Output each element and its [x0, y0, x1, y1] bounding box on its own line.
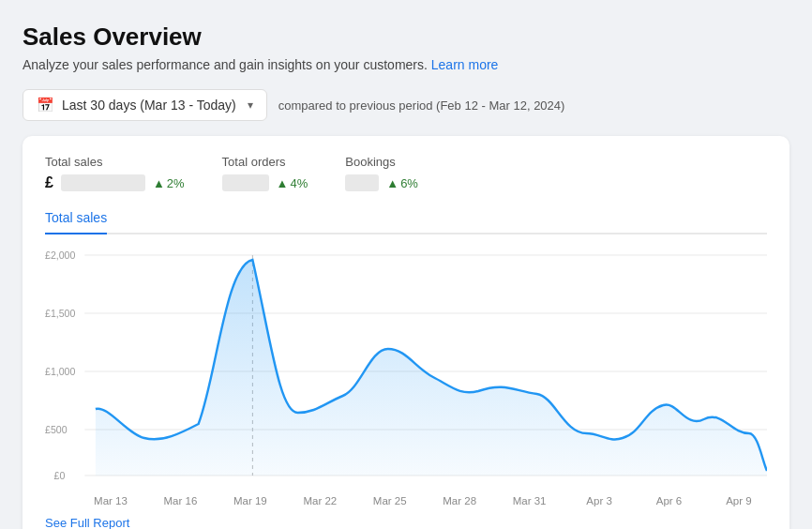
chevron-down-icon: ▾ — [248, 98, 253, 112]
metric-total-sales: Total sales £ ▲ 2% — [45, 155, 222, 191]
sales-chart: £2,000 £1,500 £1,000 £500 £0 — [45, 246, 767, 490]
metric-bar-2 — [345, 174, 379, 191]
metric-label-2: Bookings — [345, 155, 418, 169]
svg-text:£1,000: £1,000 — [45, 366, 75, 377]
x-label-4: Mar 25 — [362, 495, 418, 506]
x-label-9: Apr 9 — [711, 495, 767, 506]
metric-currency-0: £ — [45, 174, 53, 191]
metric-total-orders: Total orders ▲ 4% — [222, 155, 346, 191]
arrow-up-icon-0: ▲ — [153, 176, 165, 190]
x-label-0: Mar 13 — [83, 495, 139, 506]
metric-value-row-0: £ ▲ 2% — [45, 174, 185, 191]
x-labels: Mar 13 Mar 16 Mar 19 Mar 22 Mar 25 Mar 2… — [45, 490, 767, 506]
date-filter-label: Last 30 days (Mar 13 - Today) — [62, 98, 236, 113]
tab-total-sales[interactable]: Total sales — [45, 203, 107, 234]
svg-text:£0: £0 — [54, 470, 66, 481]
page-title: Sales Overview — [23, 23, 789, 52]
x-label-1: Mar 16 — [152, 495, 208, 506]
date-dropdown[interactable]: 📅 Last 30 days (Mar 13 - Today) ▾ — [23, 89, 267, 121]
chart-area: £2,000 £1,500 £1,000 £500 £0 — [45, 246, 767, 490]
svg-text:£1,500: £1,500 — [45, 308, 75, 319]
subtitle-text: Analyze your sales performance and gain … — [23, 57, 428, 72]
metric-value-row-1: ▲ 4% — [222, 174, 308, 191]
date-filter-row: 📅 Last 30 days (Mar 13 - Today) ▾ compar… — [23, 89, 789, 121]
see-full-report-link[interactable]: See Full Report — [45, 516, 129, 529]
metric-bar-1 — [222, 174, 269, 191]
arrow-up-icon-2: ▲ — [386, 176, 398, 190]
x-label-8: Apr 6 — [641, 495, 698, 506]
metrics-row: Total sales £ ▲ 2% Total orders ▲ 4% B — [45, 155, 767, 191]
metric-value-row-2: ▲ 6% — [345, 174, 418, 191]
metric-change-2: ▲ 6% — [386, 176, 418, 190]
metric-bookings: Bookings ▲ 6% — [345, 155, 456, 191]
x-label-5: Mar 28 — [431, 495, 488, 506]
metric-label-1: Total orders — [222, 155, 308, 169]
x-label-2: Mar 19 — [222, 495, 278, 506]
metric-change-1: ▲ 4% — [277, 176, 308, 190]
main-card: Total sales £ ▲ 2% Total orders ▲ 4% B — [23, 136, 789, 529]
tabs-row: Total sales — [45, 203, 767, 234]
x-label-7: Apr 3 — [571, 495, 627, 506]
x-label-3: Mar 22 — [292, 495, 348, 506]
learn-more-link[interactable]: Learn more — [431, 57, 499, 72]
calendar-icon: 📅 — [37, 97, 54, 113]
x-label-6: Mar 31 — [502, 495, 558, 506]
subtitle: Analyze your sales performance and gain … — [23, 57, 789, 72]
arrow-up-icon-1: ▲ — [277, 176, 289, 190]
svg-text:£2,000: £2,000 — [45, 249, 75, 261]
metric-change-0: ▲ 2% — [153, 176, 185, 190]
svg-text:£500: £500 — [45, 424, 68, 435]
compare-text: compared to previous period (Feb 12 - Ma… — [278, 98, 565, 113]
metric-label-0: Total sales — [45, 155, 185, 169]
metric-bar-0 — [61, 174, 145, 191]
